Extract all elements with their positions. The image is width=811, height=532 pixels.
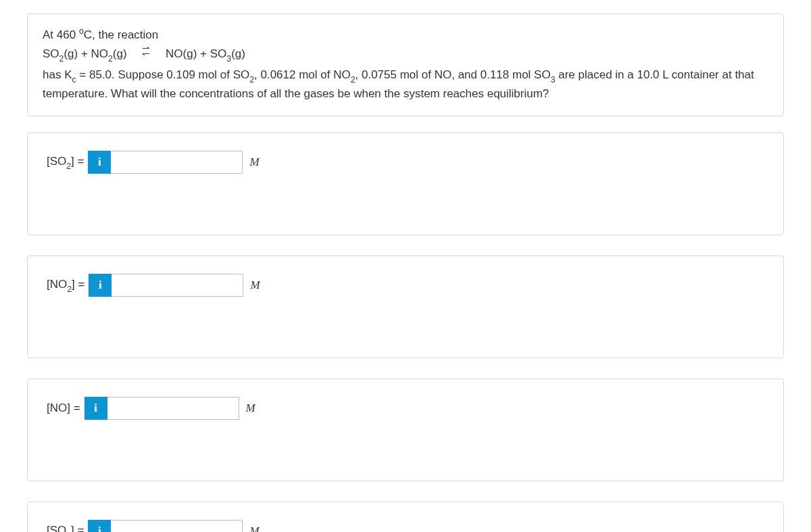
reaction-equation: SO2(g) + NO2(g) ⇀↽ NO(g) + SO3(g) <box>43 45 768 64</box>
q-part: has K <box>43 68 72 81</box>
info-icon[interactable]: i <box>84 397 107 420</box>
question-line-1: At 460 oC, the reaction <box>43 25 768 43</box>
degree-symbol: o <box>79 26 84 36</box>
sub-2: 2 <box>351 75 355 84</box>
label-no2: [NO2] = i M <box>47 274 260 297</box>
unit-label: M <box>249 153 259 171</box>
sub-2: 2 <box>59 54 64 64</box>
so3-input[interactable] <box>111 520 243 532</box>
unit-label: M <box>249 523 259 532</box>
question-panel: At 460 oC, the reaction SO2(g) + NO2(g) … <box>27 14 784 116</box>
answer-panel-no: [NO] = i M <box>27 379 784 481</box>
label-sub: 2 <box>67 285 72 294</box>
unit-label: M <box>250 276 260 294</box>
label-no: [NO] = i M <box>47 397 255 420</box>
answer-panel-no2: [NO2] = i M <box>27 256 784 358</box>
answer-panel-so2: [SO2] = i M <box>27 132 784 235</box>
temp-prefix: At 460 <box>43 28 79 41</box>
info-icon[interactable]: i <box>88 520 111 532</box>
sub-3: 3 <box>551 75 556 84</box>
q-part: , 0.0612 mol of NO <box>254 68 351 81</box>
label-text: [NO] = <box>47 402 80 414</box>
unit-label: M <box>246 400 255 417</box>
so2-input[interactable] <box>111 151 243 174</box>
label-so3: [SO3] = i M <box>47 520 260 532</box>
eq-part: (g) <box>231 47 245 60</box>
question-line-3: has Kc = 85.0. Suppose 0.109 mol of SO2,… <box>43 66 768 102</box>
sub-2: 2 <box>249 75 254 84</box>
label-sub: 2 <box>66 162 71 171</box>
no2-input[interactable] <box>112 274 243 297</box>
eq-part: NO(g) + SO <box>166 47 226 60</box>
label-text: ] = <box>71 155 84 168</box>
label-text: [NO <box>47 278 67 291</box>
info-icon[interactable]: i <box>88 151 111 174</box>
info-icon[interactable]: i <box>89 274 112 297</box>
label-text: ] = <box>71 524 84 532</box>
eq-part: SO <box>43 47 59 60</box>
sub-2: 2 <box>108 54 113 64</box>
sub-c: c <box>72 75 76 84</box>
label-text: ] = <box>72 278 84 291</box>
answer-panel-so3: [SO3] = i M <box>27 502 784 532</box>
label-so2: [SO2] = i M <box>47 151 260 174</box>
label-text: [SO <box>47 155 66 168</box>
no-input[interactable] <box>107 397 239 420</box>
eq-part: (g) <box>113 47 127 60</box>
sub-3: 3 <box>226 54 231 64</box>
eq-part: (g) + NO <box>64 47 108 60</box>
q-part: , 0.0755 mol of NO, and 0.118 mol SO <box>355 68 551 81</box>
label-text: [SO <box>47 524 66 532</box>
temp-suffix: C, the reaction <box>84 28 159 41</box>
q-part: = 85.0. Suppose 0.109 mol of SO <box>76 68 250 81</box>
